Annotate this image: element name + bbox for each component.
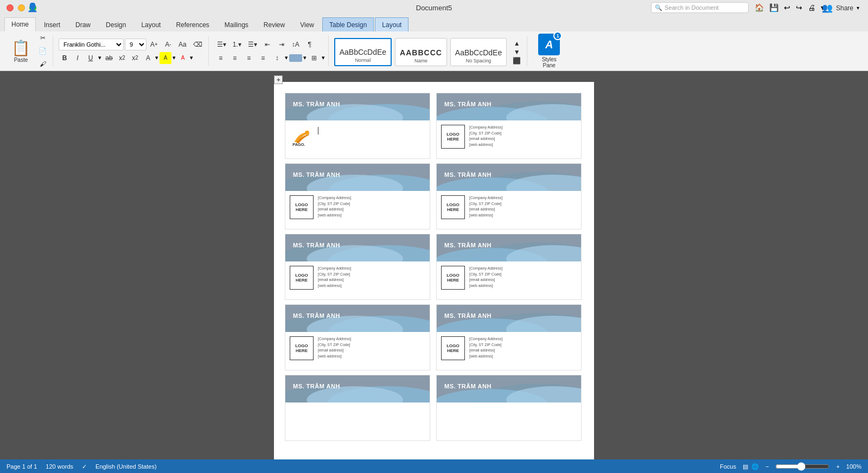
card-name: MS. TRÂM ANH	[444, 242, 492, 248]
down-icon: ▼	[514, 48, 520, 56]
paste-icon: 📋	[11, 39, 30, 57]
language[interactable]: English (United States)	[95, 463, 157, 470]
highlight-button[interactable]: A	[159, 52, 171, 64]
clear-format-button[interactable]: ⌫	[190, 39, 205, 50]
copy-button[interactable]: 📄	[36, 45, 49, 57]
tab-home[interactable]: Home	[4, 17, 36, 31]
grow-font-button[interactable]: A+	[148, 39, 161, 50]
user-icon[interactable]: 👤	[27, 2, 38, 12]
justify-button[interactable]: ≡	[257, 52, 270, 64]
share-area: 👥 Share ▾	[822, 3, 859, 13]
minimize-button[interactable]	[18, 4, 25, 11]
card-email: [email address]	[469, 136, 502, 142]
decrease-indent-button[interactable]: ⇤	[261, 39, 274, 50]
tab-insert[interactable]: Insert	[37, 17, 67, 31]
zoom-out-button[interactable]: −	[765, 463, 769, 470]
font-size-selector[interactable]: 9	[125, 39, 146, 50]
style-nospacing-label: No Spacing	[455, 58, 502, 63]
line-spacing-dropdown[interactable]: ▾	[285, 54, 288, 61]
sort-button[interactable]: ↕A	[289, 39, 302, 50]
tab-layout-table[interactable]: Layout	[375, 17, 409, 31]
home-icon[interactable]: 🏠	[755, 3, 764, 12]
text-color-dropdown[interactable]: ▾	[190, 54, 193, 61]
business-card: MS. TRÂM ANH LOGOHERE [Company Address] …	[285, 163, 430, 229]
card-header: MS. TRÂM ANH	[437, 305, 581, 332]
font-color-dropdown[interactable]: ▾	[155, 54, 158, 61]
document-title: Document5	[416, 4, 452, 12]
logo-box: LOGOHERE	[290, 195, 314, 219]
logo-box: LOGOHERE	[441, 266, 465, 290]
tab-review[interactable]: Review	[257, 17, 292, 31]
increase-indent-button[interactable]: ⇥	[275, 39, 288, 50]
ribbon-toolbar: 📋 Paste ✂ 📄 🖌 Franklin Gothi... 9	[0, 31, 868, 71]
tab-view[interactable]: View	[293, 17, 321, 31]
highlight-dropdown[interactable]: ▾	[173, 54, 176, 61]
card-name: MS. TRÂM ANH	[444, 383, 492, 389]
tab-layout[interactable]: Layout	[134, 17, 168, 31]
share-button[interactable]: Share	[836, 4, 853, 12]
shrink-font-button[interactable]: A-	[162, 39, 175, 50]
borders-dropdown[interactable]: ▾	[322, 54, 325, 61]
card-name: MS. TRÂM ANH	[444, 171, 492, 178]
print-view-icon[interactable]: ▤	[743, 463, 748, 470]
card-name: MS. TRÂM ANH	[444, 312, 492, 319]
styles-scroll-button[interactable]: ▲ ▼ ⬛	[510, 38, 524, 66]
list-row: ☰▾ 1.▾ ☰▾ ⇤ ⇥ ↕A ¶	[214, 39, 325, 50]
save-icon[interactable]: 💾	[769, 3, 778, 12]
proofing-icon[interactable]: ✓	[82, 463, 87, 470]
tab-mailings[interactable]: Mailings	[218, 17, 256, 31]
subscript-button[interactable]: x2	[116, 52, 128, 64]
share-chevron[interactable]: ▾	[857, 5, 859, 11]
underline-button[interactable]: U	[85, 52, 97, 64]
web-view-icon[interactable]: 🌐	[751, 463, 759, 470]
borders-button[interactable]: ⊞	[308, 52, 321, 64]
tab-table-design[interactable]: Table Design	[322, 17, 374, 31]
change-case-button[interactable]: Aa	[176, 39, 189, 50]
font-color-button[interactable]: A	[142, 52, 154, 64]
line-spacing-button[interactable]: ↕	[271, 52, 284, 64]
format-painter-button[interactable]: 🖌	[36, 58, 49, 70]
superscript-button[interactable]: x2	[129, 52, 141, 64]
zoom-in-button[interactable]: +	[836, 463, 839, 470]
tab-references[interactable]: References	[169, 17, 216, 31]
style-nospacing[interactable]: AaBbCcDdEe No Spacing	[450, 38, 507, 66]
card-body: LOGOHERE [Company Address] [City, ST ZIP…	[285, 332, 430, 370]
tab-design[interactable]: Design	[99, 17, 133, 31]
shading-button[interactable]	[289, 54, 302, 62]
zoom-percent[interactable]: 100%	[846, 463, 861, 470]
card-body	[437, 402, 581, 440]
align-center-button[interactable]: ≡	[228, 52, 241, 64]
bullets-button[interactable]: ☰▾	[214, 39, 229, 50]
undo-icon[interactable]: ↩	[784, 3, 790, 12]
logo-box: LOGOHERE	[290, 336, 314, 360]
bold-button[interactable]: B	[59, 52, 71, 64]
numbering-button[interactable]: 1.▾	[230, 39, 244, 50]
underline-dropdown[interactable]: ▾	[98, 54, 101, 61]
align-left-button[interactable]: ≡	[214, 52, 227, 64]
print-icon[interactable]: 🖨	[808, 3, 815, 12]
tab-draw[interactable]: Draw	[68, 17, 98, 31]
style-normal[interactable]: AaBbCcDdEe Normal	[334, 38, 392, 66]
search-bar[interactable]: 🔍 Search in Document	[651, 2, 749, 13]
strikethrough-button[interactable]: ab	[103, 52, 115, 64]
styles-pane-button[interactable]: A 1 Styles Pane	[533, 31, 565, 71]
style-name[interactable]: AABBCCC Name	[395, 38, 447, 66]
focus-button[interactable]: Focus	[720, 463, 736, 470]
card-body: PAGO.	[285, 120, 430, 158]
italic-button[interactable]: I	[72, 52, 84, 64]
paste-button[interactable]: 📋 Paste	[8, 37, 34, 65]
multilevel-button[interactable]: ☰▾	[245, 39, 260, 50]
zoom-slider[interactable]	[775, 462, 829, 471]
card-city: [City, ST ZIP Code]	[469, 131, 502, 137]
cut-button[interactable]: ✂	[36, 32, 49, 44]
show-para-button[interactable]: ¶	[303, 39, 316, 50]
redo-icon[interactable]: ↪	[796, 3, 802, 12]
shading-dropdown[interactable]: ▾	[303, 54, 307, 61]
text-color-button[interactable]: A	[177, 52, 189, 64]
table-move-handle[interactable]: ✛	[274, 75, 283, 84]
close-button[interactable]	[7, 4, 14, 11]
titlebar: 🏠 💾 ↩ ↪ 🖨 ▾ Document5 🔍 Search in Docume…	[0, 0, 868, 15]
align-right-button[interactable]: ≡	[242, 52, 256, 64]
card-name: MS. TRÂM ANH	[444, 101, 492, 107]
font-name-selector[interactable]: Franklin Gothi...	[59, 39, 124, 50]
